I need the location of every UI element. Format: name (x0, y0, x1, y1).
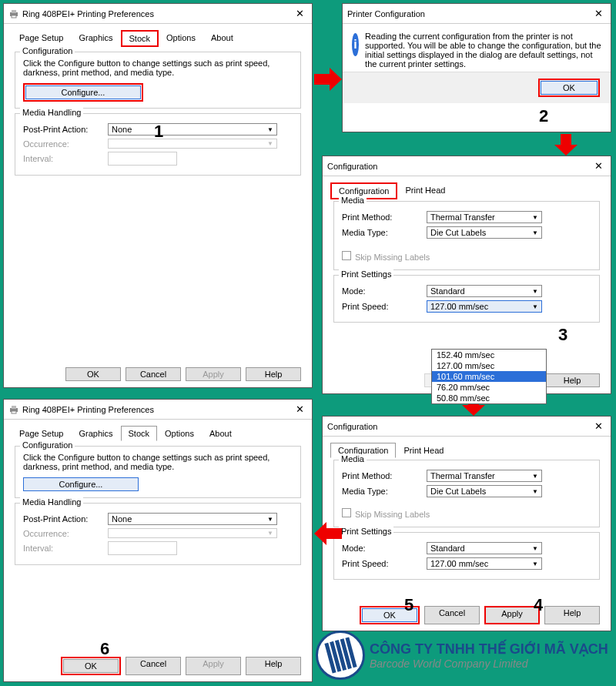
chevron-down-icon: ▼ (267, 126, 273, 133)
tab-graphics[interactable]: Graphics (72, 426, 121, 441)
svg-rect-5 (12, 411, 16, 413)
occurrence-label: Occurrence: (23, 139, 108, 149)
interval-label: Interval: (23, 544, 108, 553)
tab-stock[interactable]: Stock (121, 426, 158, 441)
post-print-action-select[interactable]: None▼ (108, 123, 277, 136)
company-name: CÔNG TY TNHH THẾ GIỚI MÃ VẠCH (370, 641, 608, 658)
arrow-left-icon (314, 522, 342, 545)
step-4: 4 (534, 595, 543, 615)
occurrence-select: ▼ (108, 139, 277, 149)
svg-rect-4 (12, 406, 16, 409)
speed-dropdown[interactable]: 152.40 mm/sec 127.00 mm/sec 101.60 mm/se… (431, 349, 547, 404)
interval-input (108, 152, 177, 166)
speed-option[interactable]: 152.40 mm/sec (432, 350, 546, 360)
company-subtitle: Barcode World Company Limited (370, 658, 608, 670)
svg-rect-2 (12, 15, 16, 18)
svg-marker-6 (314, 68, 342, 91)
apply-button: Apply (186, 367, 241, 381)
interval-input (108, 541, 177, 555)
print-method-select[interactable]: Thermal Transfer▼ (427, 470, 542, 482)
svg-marker-9 (314, 522, 342, 545)
media-type-select[interactable]: Die Cut Labels▼ (427, 485, 542, 497)
window-title: Configuration (327, 162, 591, 171)
close-icon[interactable]: ✕ (292, 6, 307, 22)
logo-icon (316, 631, 365, 680)
help-button[interactable]: Help (246, 367, 301, 381)
print-method-label: Print Method: (342, 471, 427, 480)
info-message: Reading the current configuration from t… (365, 27, 608, 69)
media-group: Media (339, 454, 367, 463)
apply-button: Apply (186, 657, 241, 675)
tab-graphics[interactable]: Graphics (72, 30, 121, 47)
chevron-down-icon: ▼ (532, 229, 538, 236)
print-method-select[interactable]: Thermal Transfer▼ (427, 211, 542, 223)
mode-select[interactable]: Standard▼ (427, 285, 542, 297)
titlebar: Ring 408PEI+ Printing Preferences ✕ (4, 4, 312, 24)
step-1: 1 (154, 122, 163, 142)
window-title: Printer Configuration (347, 9, 591, 18)
config-help-text: Click the Configure button to change set… (23, 59, 293, 77)
cancel-button[interactable]: Cancel (126, 657, 181, 675)
configure-button[interactable]: Configure... (23, 477, 139, 491)
speed-option[interactable]: 76.20 mm/sec (432, 382, 546, 393)
tab-page-setup[interactable]: Page Setup (12, 30, 72, 47)
help-button[interactable]: Help (544, 373, 600, 387)
close-icon[interactable]: ✕ (292, 402, 307, 417)
media-handling-title: Media Handling (20, 108, 83, 117)
speed-option[interactable]: 127.00 mm/sec (432, 360, 546, 371)
mode-select[interactable]: Standard▼ (427, 542, 542, 554)
print-settings-group: Print Settings (339, 269, 393, 279)
printer-icon (8, 404, 19, 415)
tab-options[interactable]: Options (157, 426, 202, 441)
tab-page-setup[interactable]: Page Setup (12, 426, 72, 441)
speed-select[interactable]: 127.00 mm/sec▼ (427, 557, 542, 570)
tab-print-head[interactable]: Print Head (396, 443, 451, 458)
media-type-select[interactable]: Die Cut Labels▼ (427, 226, 542, 239)
tab-options[interactable]: Options (159, 30, 203, 47)
window-title: Ring 408PEI+ Printing Preferences (22, 405, 292, 414)
step-5: 5 (404, 595, 413, 615)
arrow-right-icon (314, 68, 342, 91)
speed-label: Print Speed: (342, 302, 427, 311)
svg-rect-1 (12, 10, 16, 13)
mode-label: Mode: (342, 544, 427, 553)
cancel-button[interactable]: Cancel (126, 367, 181, 381)
print-settings-group: Print Settings (339, 527, 393, 536)
speed-select[interactable]: 127.00 mm/sec▼ (427, 300, 542, 313)
occurrence-select: ▼ (108, 528, 277, 538)
step-2: 2 (539, 106, 548, 126)
arrow-down-icon (554, 134, 578, 156)
help-button[interactable]: Help (544, 606, 600, 624)
close-icon[interactable]: ✕ (591, 159, 606, 174)
close-icon[interactable]: ✕ (591, 419, 606, 434)
ok-button[interactable]: OK (65, 367, 121, 381)
tab-about[interactable]: About (203, 30, 241, 47)
post-print-action-select[interactable]: None▼ (108, 513, 277, 525)
speed-option-selected[interactable]: 101.60 mm/sec (432, 371, 546, 382)
configure-button[interactable]: Configure... (25, 85, 141, 99)
post-print-action-label: Post-Print Action: (23, 125, 108, 134)
media-handling-title: Media Handling (20, 497, 83, 507)
ok-button[interactable]: OK (63, 659, 119, 673)
printer-icon (8, 8, 19, 19)
cancel-button[interactable]: Cancel (424, 606, 480, 624)
tab-print-head[interactable]: Print Head (397, 182, 453, 199)
tab-about[interactable]: About (202, 426, 239, 441)
skip-checkbox (342, 251, 351, 260)
post-print-action-label: Post-Print Action: (23, 514, 108, 524)
step-3: 3 (558, 325, 567, 345)
config-group-title: Configuration (20, 440, 75, 450)
info-icon: i (352, 33, 359, 56)
ok-button[interactable]: OK (541, 81, 598, 95)
print-method-label: Print Method: (342, 212, 427, 222)
skip-label: Skip Missing Labels (355, 510, 430, 519)
help-button[interactable]: Help (246, 657, 301, 675)
close-icon[interactable]: ✕ (591, 6, 606, 22)
window-title: Ring 408PEI+ Printing Preferences (22, 9, 292, 18)
tab-stock[interactable]: Stock (121, 30, 159, 47)
mode-label: Mode: (342, 286, 427, 296)
apply-button[interactable]: Apply (484, 606, 540, 624)
chevron-down-icon: ▼ (532, 214, 538, 221)
chevron-down-icon: ▼ (532, 303, 538, 310)
speed-option[interactable]: 50.80 mm/sec (432, 393, 546, 403)
